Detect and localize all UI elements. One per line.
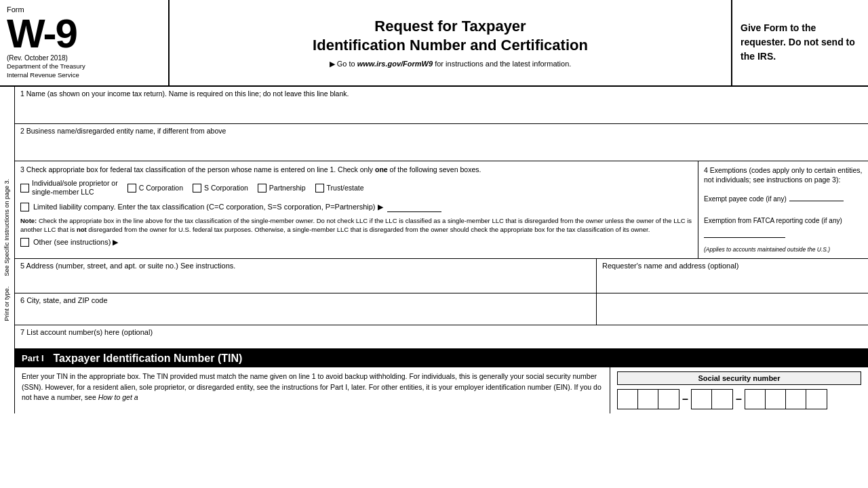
form-header: Form W-9 (Rev. October 2018) Department … — [0, 0, 868, 87]
ssn-cell-7[interactable] — [766, 390, 786, 409]
part-i-description: Enter your TIN in the appropriate box. T… — [15, 367, 610, 413]
tax-classification-checkboxes: Individual/sole proprietor orsingle-memb… — [20, 179, 692, 197]
header-goto: ▶ Go to www.irs.gov/FormW9 for instructi… — [330, 60, 572, 68]
exempt-payee-row: Exempt payee code (if any) — [704, 192, 863, 204]
ssn-cell-6[interactable] — [745, 390, 766, 409]
ssn-group-2 — [691, 389, 733, 409]
field-4-title: 4 Exemptions (codes apply only to certai… — [704, 165, 863, 185]
field-7-row: 7 List account number(s) here (optional) — [15, 325, 868, 350]
row-3-4: 3 Check appropriate box for federal tax … — [15, 161, 868, 259]
field-5-label: 5 Address (number, street, and apt. or s… — [20, 262, 591, 270]
exempt-payee-input[interactable] — [789, 192, 844, 201]
form-title: Request for Taxpayer Identification Numb… — [313, 17, 588, 56]
checkbox-c-corp[interactable]: C Corporation — [127, 184, 183, 192]
row-4: 4 Exemptions (codes apply only to certai… — [698, 161, 868, 258]
w9-form: Form W-9 (Rev. October 2018) Department … — [0, 0, 868, 413]
part-i-label: Part I — [22, 353, 44, 363]
ssn-cell-5[interactable] — [712, 390, 732, 409]
field-5-requester: Requester's name and address (optional) — [597, 259, 868, 293]
ssn-cell-1[interactable] — [618, 390, 638, 409]
part-i-ssn-section: Social security number – — [610, 367, 868, 413]
applies-text: (Applies to accounts maintained outside … — [704, 246, 863, 254]
form-department: Department of the Treasury Internal Reve… — [7, 62, 161, 80]
note-text: Note: Check the appropriate box in the l… — [20, 216, 692, 235]
ssn-cell-3[interactable] — [658, 390, 679, 409]
ssn-cell-2[interactable] — [638, 390, 658, 409]
part-i-header: Part I Taxpayer Identification Number (T… — [15, 350, 868, 367]
other-label: Other (see instructions) ▶ — [33, 238, 118, 247]
checkbox-individual-box[interactable] — [20, 184, 29, 192]
field-1-row: 1 Name (as shown on your income tax retu… — [15, 87, 868, 124]
fatca-input[interactable] — [704, 228, 785, 238]
ssn-cell-4[interactable] — [692, 390, 712, 409]
field-1-label: 1 Name (as shown on your income tax retu… — [15, 87, 868, 99]
checkbox-individual-label: Individual/sole proprietor orsingle-memb… — [32, 179, 118, 197]
fatca-label: Exemption from FATCA reporting code (if … — [704, 216, 863, 226]
field-5-address: 5 Address (number, street, and apt. or s… — [15, 259, 597, 293]
checkbox-trust[interactable]: Trust/estate — [315, 184, 364, 192]
ssn-group-1 — [617, 389, 679, 409]
other-row: Other (see instructions) ▶ — [20, 238, 692, 247]
checkbox-s-corp[interactable]: S Corporation — [193, 184, 248, 192]
header-left: Form W-9 (Rev. October 2018) Department … — [0, 0, 170, 85]
header-right: Give Form to the requester. Do not send … — [732, 0, 868, 85]
form-fields: 1 Name (as shown on your income tax retu… — [15, 87, 868, 413]
checkbox-partnership-label: Partnership — [269, 184, 306, 192]
field-2-input[interactable] — [15, 136, 868, 161]
checkbox-s-corp-label: S Corporation — [204, 184, 248, 192]
fatca-row: Exemption from FATCA reporting code (if … — [704, 216, 863, 241]
ssn-boxes: – – — [617, 389, 861, 409]
row-6: 6 City, state, and ZIP code — [15, 293, 868, 325]
llc-classification-input[interactable] — [387, 203, 441, 212]
ssn-cell-8[interactable] — [786, 390, 806, 409]
checkbox-trust-label: Trust/estate — [327, 184, 364, 192]
field-1-input[interactable] — [15, 99, 868, 123]
field-3-label: 3 Check appropriate box for federal tax … — [20, 165, 692, 174]
part-i-title: Taxpayer Identification Number (TIN) — [54, 352, 243, 365]
ssn-dash-1: – — [682, 393, 688, 405]
field-6-label: 6 City, state, and ZIP code — [20, 296, 591, 304]
checkbox-partnership-box[interactable] — [258, 184, 267, 192]
form-w9-number: W-9 — [7, 14, 161, 54]
ssn-group-3 — [745, 389, 827, 409]
form-rev-date: (Rev. October 2018) — [7, 54, 161, 62]
exempt-payee-label: Exempt payee code (if any) — [704, 195, 787, 204]
checkbox-c-corp-box[interactable] — [127, 184, 136, 192]
llc-label: Limited liability company. Enter the tax… — [33, 203, 383, 211]
field-7-label: 7 List account number(s) here (optional) — [20, 328, 863, 336]
field-2-label: 2 Business name/disregarded entity name,… — [15, 124, 868, 136]
ssn-dash-2: – — [736, 393, 742, 405]
requester-label: Requester's name and address (optional) — [602, 262, 863, 270]
checkbox-partnership[interactable]: Partnership — [258, 184, 306, 192]
sidebar: Print or type. See Specific Instructions… — [0, 87, 15, 413]
field-2-row: 2 Business name/disregarded entity name,… — [15, 124, 868, 161]
header-center: Request for Taxpayer Identification Numb… — [170, 0, 732, 85]
row-3: 3 Check appropriate box for federal tax … — [15, 161, 698, 258]
header-right-instruction: Give Form to the requester. Do not send … — [741, 21, 860, 64]
llc-row: Limited liability company. Enter the tax… — [20, 203, 692, 212]
checkbox-trust-box[interactable] — [315, 184, 324, 192]
form-body: Print or type. See Specific Instructions… — [0, 87, 868, 413]
field-6-city: 6 City, state, and ZIP code — [15, 293, 597, 325]
field-6-right — [597, 293, 868, 325]
checkbox-llc-box[interactable] — [20, 203, 29, 211]
checkbox-c-corp-label: C Corporation — [139, 184, 183, 192]
ssn-cell-9[interactable] — [806, 390, 827, 409]
part-i-body: Enter your TIN in the appropriate box. T… — [15, 367, 868, 413]
checkbox-individual[interactable]: Individual/sole proprietor orsingle-memb… — [20, 179, 118, 197]
checkbox-s-corp-box[interactable] — [193, 184, 201, 192]
sidebar-text: Print or type. See Specific Instructions… — [3, 179, 11, 321]
ssn-label: Social security number — [617, 371, 861, 385]
row-5: 5 Address (number, street, and apt. or s… — [15, 259, 868, 293]
checkbox-other-box[interactable] — [20, 238, 29, 247]
